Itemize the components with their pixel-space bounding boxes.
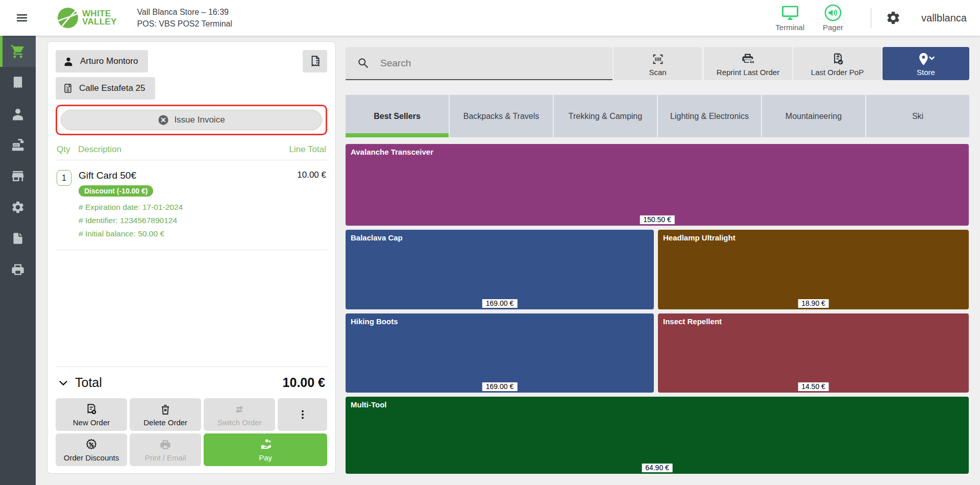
- search-icon: [357, 57, 370, 70]
- barcode-scan-icon: [651, 51, 665, 66]
- sidebar-item-store[interactable]: [0, 160, 36, 191]
- product-price: 64.90 €: [642, 464, 673, 472]
- search-input[interactable]: [380, 58, 607, 69]
- store-icon: [10, 168, 26, 184]
- qty-column-header: Qty: [57, 144, 78, 155]
- line-note-initial-balance: # Initial balance: 50.00 €: [79, 227, 297, 240]
- product-tile-insect-repellent[interactable]: Insect Repellent 14.50 €: [658, 313, 969, 393]
- tab-trekking-camping[interactable]: Trekking & Camping: [554, 95, 657, 137]
- switch-order-icon: [233, 402, 246, 416]
- product-price: 150.50 €: [640, 215, 675, 224]
- receipt-check-icon: $: [830, 51, 845, 66]
- order-options-button[interactable]: [303, 50, 327, 72]
- kebab-menu-icon: [297, 408, 309, 422]
- top-bar: WHITE VALLEY Vall Blanca Store – 16:39 P…: [0, 0, 980, 36]
- product-price: 169.00 €: [482, 382, 518, 391]
- invoice-document-icon: $: [63, 82, 73, 94]
- line-total-column-header: Line Total: [289, 144, 326, 155]
- sidebar-item-receipt-printer[interactable]: [0, 254, 36, 285]
- order-total-row: Total 10.00 €: [56, 367, 327, 393]
- switch-order-button[interactable]: Switch Order: [204, 398, 275, 431]
- brand-logo: WHITE VALLEY: [57, 7, 117, 29]
- pager-button[interactable]: Pager: [823, 4, 843, 32]
- orders-receipt-icon: [11, 76, 25, 90]
- tab-mountaineering[interactable]: Mountaineering: [762, 95, 865, 137]
- product-tile-hiking-boots[interactable]: Hiking Boots 169.00 €: [346, 313, 654, 393]
- hamburger-menu-icon[interactable]: [10, 6, 34, 30]
- product-toolbar: Scan Reprint Last Order $ Last Order PoP…: [346, 47, 969, 80]
- sidebar-item-orders[interactable]: [0, 67, 36, 98]
- issue-invoice-button[interactable]: Issue Invoice: [61, 110, 322, 130]
- product-tile-balaclava-cap[interactable]: Balaclava Cap 169.00 €: [346, 230, 654, 309]
- last-order-pop-button[interactable]: $ Last Order PoP: [793, 47, 881, 80]
- brand-name: WHITE VALLEY: [82, 10, 117, 26]
- reprint-last-order-button[interactable]: Reprint Last Order: [704, 47, 792, 80]
- pager-speaker-icon: [824, 4, 842, 21]
- category-tabs: Best Sellers Backpacks & Travels Trekkin…: [346, 95, 969, 137]
- issue-invoice-highlight-annotation: Issue Invoice: [56, 105, 327, 135]
- order-panel: Arturo Montoro $ Calle Estafeta 25: [47, 41, 336, 474]
- receipt-printer-icon: [11, 262, 25, 277]
- new-order-receipt-plus-icon: [85, 402, 98, 416]
- search-bar[interactable]: [346, 47, 612, 80]
- tab-lighting-electronics[interactable]: Lighting & Electronics: [658, 95, 761, 137]
- pay-button[interactable]: Pay: [204, 433, 327, 466]
- new-order-button[interactable]: New Order: [56, 398, 127, 431]
- order-columns-header: Qty Description Line Total: [56, 144, 327, 160]
- line-discount-badge: Discount (-10.00 €): [79, 185, 153, 197]
- circle-x-icon: [158, 114, 169, 126]
- product-name: Insect Repellent: [663, 317, 722, 326]
- sidebar-item-cart[interactable]: [0, 36, 36, 67]
- order-line-gift-card[interactable]: 1 Gift Card 50€ Discount (-10.00 €) # Ex…: [56, 160, 327, 250]
- customer-button[interactable]: Arturo Montoro: [56, 50, 148, 72]
- more-actions-button[interactable]: [278, 398, 327, 431]
- settings-gear-icon: [11, 200, 25, 214]
- pos-app: WHITE VALLEY Vall Blanca Store – 16:39 P…: [0, 0, 980, 485]
- session-title: Vall Blanca Store – 16:39 POS: VBS POS2 …: [137, 6, 232, 30]
- delete-order-button[interactable]: Delete Order: [130, 398, 201, 431]
- settings-gear-icon[interactable]: [886, 10, 901, 26]
- receipt-sliders-icon: [308, 55, 322, 68]
- scan-button[interactable]: Scan: [614, 47, 702, 80]
- customers-icon: [10, 106, 26, 122]
- line-note-expiration: # Expiration date: 17-01-2024: [79, 201, 297, 214]
- cart-icon: [10, 44, 26, 59]
- hand-coin-pay-icon: [258, 438, 273, 451]
- logged-in-username[interactable]: vallblanca: [921, 12, 967, 24]
- product-tile-avalanche-transceiver[interactable]: Avalanche Transceiver 150.50 €: [346, 144, 969, 226]
- svg-text:$: $: [68, 84, 70, 87]
- product-tile-headlamp-ultralight[interactable]: Headlamp Ultralight 18.90 €: [658, 230, 969, 309]
- customer-address-button[interactable]: $ Calle Estafeta 25: [56, 77, 155, 100]
- reprint-printer-icon: [741, 51, 755, 66]
- product-price: 169.00 €: [482, 299, 518, 308]
- white-valley-logo-icon: [57, 7, 79, 29]
- tab-backpacks-travels[interactable]: Backpacks & Travels: [450, 95, 553, 137]
- order-total-value: 10.00 €: [283, 375, 325, 390]
- description-column-header: Description: [78, 144, 289, 155]
- customer-person-icon: [63, 56, 74, 67]
- sidebar-item-cash-register[interactable]: [0, 129, 36, 160]
- product-name: Balaclava Cap: [351, 233, 403, 242]
- discount-badge-icon: [85, 438, 98, 451]
- total-toggle[interactable]: Total: [58, 375, 102, 390]
- topbar-divider: [871, 8, 871, 28]
- sidebar-item-customers[interactable]: [0, 98, 36, 129]
- store-selector-button[interactable]: Store: [883, 47, 969, 80]
- issue-invoice-label: Issue Invoice: [174, 115, 225, 125]
- tab-ski[interactable]: Ski: [866, 95, 969, 137]
- terminal-button[interactable]: Terminal: [775, 4, 804, 32]
- product-name: Multi-Tool: [351, 400, 387, 409]
- sidebar-item-settings[interactable]: [0, 191, 36, 223]
- product-price: 18.90 €: [798, 299, 829, 308]
- pos-terminal-line: POS: VBS POS2 Terminal: [137, 18, 232, 30]
- sidebar-item-documents[interactable]: [0, 223, 36, 254]
- pager-label: Pager: [823, 23, 843, 32]
- print-email-button[interactable]: Print / Email: [130, 433, 201, 466]
- order-discounts-button[interactable]: Order Discounts: [56, 433, 127, 466]
- chevron-down-icon: [58, 377, 69, 389]
- product-name: Headlamp Ultralight: [663, 233, 736, 242]
- product-tile-multi-tool[interactable]: Multi-Tool 64.90 €: [346, 397, 969, 474]
- customer-name: Arturo Montoro: [80, 56, 138, 66]
- document-icon: [11, 231, 24, 246]
- tab-best-sellers[interactable]: Best Sellers: [346, 95, 449, 137]
